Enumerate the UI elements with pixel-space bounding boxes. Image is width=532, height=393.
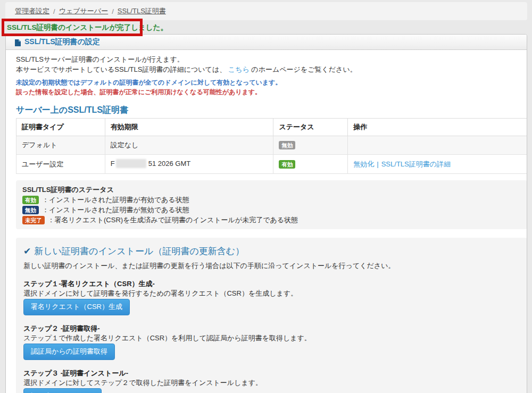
default-cert-note: 未設定の初期状態ではデフォルトの証明書が全てのドメインに対して有効となっています… <box>16 78 517 87</box>
status-legend: SSL/TLS証明書のステータス 有効 ：インストールされた証明書が有効である状… <box>16 180 527 229</box>
intro-line-1: SSL/TLSサーバー証明書のインストールが行えます。 <box>16 54 517 64</box>
cert-details-link[interactable]: SSL/TLS証明書の詳細 <box>381 160 451 168</box>
col-header-cert-type: 証明書タイプ <box>16 119 105 136</box>
cell-cert-type: デフォルト <box>16 136 105 155</box>
cell-expiry: F51 2026 GMT <box>105 155 273 174</box>
cell-operations-empty <box>348 136 527 155</box>
get-cert-from-ca-button[interactable]: 認証局からの証明書取得 <box>23 344 115 360</box>
warning-note: 誤った情報を設定した場合、証明書が正常にご利用頂けなくなる可能性があります。 <box>16 87 517 97</box>
cell-cert-type: ユーザー設定 <box>16 155 105 174</box>
disable-cert-link[interactable]: 無効化 <box>353 160 374 168</box>
cell-expiry: 設定なし <box>105 136 273 155</box>
legend-item-incomplete: 未完了 ：署名リクエスト(CSR)を生成済みで証明書のインストールが未完了である… <box>22 216 521 224</box>
generate-csr-button[interactable]: 署名リクエスト（CSR）生成 <box>23 299 130 315</box>
panel-header: SSL/TLS証明書の設定 <box>6 35 527 50</box>
status-badge-enabled: 有効 <box>279 160 295 169</box>
intro-line-2: 本サービスでサポートしているSSL/TLS証明書の詳細については、 こちら のホ… <box>16 64 517 74</box>
install-heading-text: 新しい証明書のインストール（証明書の更新含む） <box>34 246 244 256</box>
redacted-date-blur <box>116 159 146 168</box>
document-icon <box>15 39 21 46</box>
expiry-start: F <box>111 160 115 168</box>
kochira-link[interactable]: こちら <box>228 65 250 73</box>
legend-badge-incomplete: 未完了 <box>22 216 45 224</box>
step3-title: ステップ３ -証明書インストール- <box>23 369 520 378</box>
step2-desc: ステップ１で作成した署名リクエスト（CSR）を利用して認証局から証明書を取得しま… <box>23 333 520 343</box>
success-message: SSL/TLS証明書のインストールが完了しました。 <box>7 23 168 32</box>
cell-operations: 無効化|SSL/TLS証明書の詳細 <box>348 155 527 174</box>
step2-title: ステップ２ -証明書取得- <box>23 324 520 333</box>
intro-line-2-pre: 本サービスでサポートしているSSL/TLS証明書の詳細については、 <box>16 65 228 73</box>
panel-body: SSL/TLSサーバー証明書のインストールが行えます。 本サービスでサポートして… <box>6 50 527 393</box>
col-header-operations: 操作 <box>348 119 527 136</box>
notes: 未設定の初期状態ではデフォルトの証明書が全てのドメインに対して有効となっています… <box>16 78 517 97</box>
new-cert-install-section: ✔新しい証明書のインストール（証明書の更新含む） 新しい証明書のインストール、ま… <box>16 238 527 393</box>
legend-badge-disabled: 無効 <box>22 206 39 214</box>
breadcrumb-item-ssl-tls-cert[interactable]: SSL/TLS証明書 <box>118 6 166 16</box>
legend-desc: ：インストールされた証明書が無効である状態 <box>42 206 189 214</box>
table-header-row: 証明書タイプ 有効期限 ステータス 操作 <box>16 119 527 136</box>
ssl-tls-settings-page: 管理者設定 / ウェブサーバー / SSL/TLS証明書 SSL/TLS証明書の… <box>0 0 532 393</box>
install-intro: 新しい証明書のインストール、または証明書の更新を行う場合は以下の手順に沿ってイン… <box>23 261 520 271</box>
cell-status: 無効 <box>273 136 348 155</box>
intro-text: SSL/TLSサーバー証明書のインストールが行えます。 本サービスでサポートして… <box>16 54 517 74</box>
breadcrumb: 管理者設定 / ウェブサーバー / SSL/TLS証明書 <box>5 2 527 20</box>
install-cert-button[interactable]: 証明書インストール <box>23 388 102 393</box>
breadcrumb-item-admin-settings[interactable]: 管理者設定 <box>15 6 49 16</box>
intro-line-2-post: のホームページをご覧ください。 <box>250 65 357 73</box>
breadcrumb-separator: / <box>53 7 55 15</box>
legend-title: SSL/TLS証明書のステータス <box>22 185 521 194</box>
breadcrumb-item-web-server[interactable]: ウェブサーバー <box>59 6 109 16</box>
ssl-settings-panel: SSL/TLS証明書の設定 SSL/TLSサーバー証明書のインストールが行えます… <box>5 34 527 393</box>
table-row-default: デフォルト 設定なし 無効 <box>16 136 527 155</box>
legend-item-disabled: 無効 ：インストールされた証明書が無効である状態 <box>22 206 521 214</box>
certificates-table: 証明書タイプ 有効期限 ステータス 操作 デフォルト 設定なし 無効 ユーザー設… <box>16 118 527 174</box>
col-header-expiry: 有効期限 <box>105 119 273 136</box>
step1-title: ステップ１-署名リクエスト（CSR）生成- <box>23 279 520 289</box>
cell-status: 有効 <box>273 155 348 174</box>
operations-separator: | <box>377 160 378 168</box>
step1-desc: 選択ドメインに対して証明書を発行するための署名リクエスト（CSR）を生成します。 <box>23 289 520 298</box>
panel-title: SSL/TLS証明書の設定 <box>24 37 100 47</box>
legend-item-enabled: 有効 ：インストールされた証明書が有効である状態 <box>22 196 521 204</box>
table-row-user-config: ユーザー設定 F51 2026 GMT 有効 無効化|SSL/TLS証明書の詳細 <box>16 155 527 174</box>
col-header-status: ステータス <box>273 119 348 136</box>
expiry-end: 51 2026 GMT <box>148 160 191 168</box>
server-certs-heading: サーバー上のSSL/TLS証明書 <box>16 104 517 116</box>
install-heading: ✔新しい証明書のインストール（証明書の更新含む） <box>23 245 520 258</box>
step3-desc: 選択ドメインに対してステップ２で取得した証明書をインストールします。 <box>23 378 520 388</box>
breadcrumb-separator: / <box>112 7 114 15</box>
status-badge-disabled: 無効 <box>279 141 295 149</box>
legend-desc: ：署名リクエスト(CSR)を生成済みで証明書のインストールが未完了である状態 <box>48 216 298 224</box>
legend-badge-enabled: 有効 <box>22 196 39 204</box>
legend-desc: ：インストールされた証明書が有効である状態 <box>42 196 189 204</box>
checkmark-icon: ✔ <box>23 246 31 256</box>
